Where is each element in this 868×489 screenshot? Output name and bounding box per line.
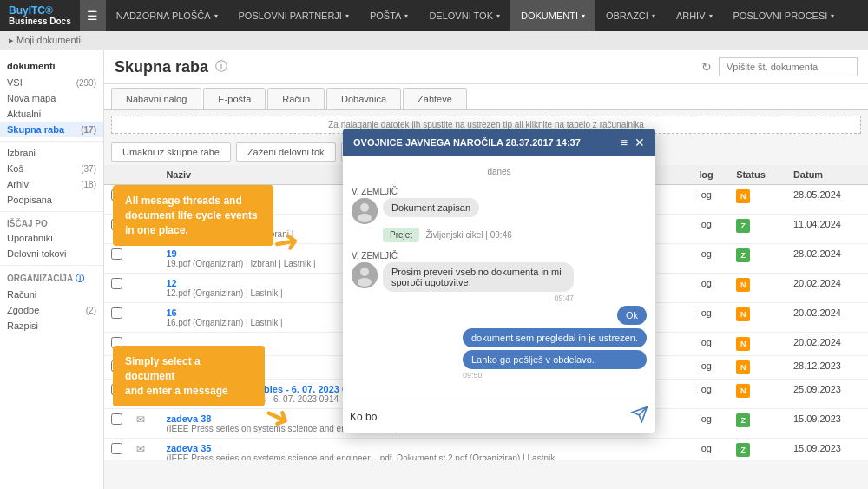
page-title: Skupna raba — [115, 58, 208, 76]
sidebar-item-nova-mapa[interactable]: Nova mapa — [0, 90, 103, 106]
avatar — [352, 262, 378, 288]
tab-nabavni-nalog[interactable]: Nabavni nalog — [111, 88, 201, 109]
col-checkbox — [104, 165, 129, 185]
annotation-box-1: All mesage threads anddocument life cycl… — [113, 185, 273, 246]
content-header: Skupna raba ⓘ ↻ — [104, 50, 868, 84]
sidebar-item-vsi[interactable]: VSI(290) — [0, 75, 103, 90]
sidebar: dokumenti VSI(290) Nova mapa Aktualni Sk… — [0, 50, 104, 489]
document-tabs: Nabavni nalog E-pošta Račun Dobavnica Za… — [104, 84, 868, 110]
doc-date: 28.02.2024 — [786, 244, 868, 274]
caret-icon: ▾ — [709, 12, 713, 20]
caret-icon: ▾ — [831, 12, 834, 20]
doc-date: 20.02.2024 — [786, 274, 868, 303]
status-badge: N — [736, 307, 750, 321]
col-status: Status — [729, 165, 786, 185]
nav-nadzorna-plosca[interactable]: NADZORNA PLOŠČA ▾ — [106, 0, 228, 31]
sidebar-item-delovni-tokovi[interactable]: Delovni tokovi — [0, 246, 103, 261]
status-badge: N — [736, 337, 750, 351]
doc-log: log — [692, 356, 729, 380]
chat-send-button[interactable] — [631, 406, 648, 427]
chat-bubble: Ok — [617, 306, 647, 325]
caret-icon: ▾ — [496, 12, 500, 20]
sidebar-item-podpisana[interactable]: Podpisana — [0, 192, 103, 208]
doc-log: log — [692, 380, 729, 409]
nav-obrazci[interactable]: OBRAZCI ▾ — [595, 0, 666, 31]
nav-delovni-tok[interactable]: DELOVNI TOK ▾ — [418, 0, 510, 31]
sidebar-item-izbrani[interactable]: Izbrani — [0, 145, 103, 161]
sidebar-item-aktualni[interactable]: Aktualni — [0, 106, 103, 122]
sidebar-section-iscaj: iščaj po — [0, 215, 103, 230]
email-icon: ✉ — [136, 443, 145, 455]
tab-dobavnica[interactable]: Dobavnica — [326, 88, 401, 109]
doc-log: log — [692, 185, 729, 215]
status-badge: N — [736, 189, 750, 203]
table-row[interactable]: ✉ zadeva 35 (IEEE Press series on system… — [104, 439, 868, 461]
sidebar-item-skupna-raba[interactable]: Skupna raba(17) — [0, 122, 103, 137]
row-checkbox[interactable] — [111, 443, 122, 454]
chat-sender-name: V. ZEMLJIČ — [352, 187, 647, 196]
status-badge: Z — [736, 248, 750, 262]
nav-poslovni-procesi[interactable]: POSLOVNI PROCESI ▾ — [723, 0, 845, 31]
tab-eposta[interactable]: E-pošta — [203, 88, 266, 109]
nav-poslovni-partnerji[interactable]: POSLOVNI PARTNERJI ▾ — [228, 0, 359, 31]
caret-icon: ▾ — [582, 12, 585, 20]
avatar — [352, 198, 378, 224]
sidebar-item-racuni[interactable]: Računi — [0, 287, 103, 302]
main-layout: dokumenti VSI(290) Nova mapa Aktualni Sk… — [0, 50, 868, 489]
nav-arhiv[interactable]: ARHIV ▾ — [666, 0, 723, 31]
sidebar-item-kos[interactable]: Koš(37) — [0, 161, 103, 176]
caret-icon: ▾ — [404, 12, 408, 20]
doc-date: 25.09.2023 — [786, 380, 868, 409]
search-document-input[interactable] — [719, 57, 858, 76]
chat-input[interactable] — [350, 407, 626, 426]
doc-log: log — [692, 333, 729, 356]
chat-event-row: Prejet Življenjski cikel | 09:46 — [352, 228, 647, 244]
refresh-icon[interactable]: ↻ — [701, 60, 712, 74]
app-logo: BuyITC® Business Docs — [9, 4, 71, 27]
sidebar-divider — [0, 141, 103, 142]
hamburger-button[interactable]: ☰ — [80, 0, 106, 31]
info-icon: ⓘ — [215, 59, 227, 75]
annotation-box-2: Simply select a documentand enter a mess… — [113, 346, 265, 406]
chat-time: 09:50 — [463, 371, 647, 380]
content-area: Skupna raba ⓘ ↻ Nabavni nalog E-pošta Ra… — [104, 50, 868, 489]
status-badge: Z — [736, 443, 750, 457]
caret-icon: ▾ — [214, 12, 218, 20]
chat-bubble: dokument sem pregledal in je ustrezen. — [463, 328, 647, 347]
doc-date: 15.09.2023 — [786, 439, 868, 461]
svg-point-4 — [360, 268, 369, 276]
sidebar-item-razpisi[interactable]: Razpisi — [0, 318, 103, 334]
logo-area: BuyITC® Business Docs — [9, 4, 71, 27]
umakni-btn[interactable]: Umakni iz skupne rabe — [111, 142, 231, 162]
chat-filter-button[interactable]: ≡ — [621, 135, 628, 149]
chat-bubble: Dokument zapisan — [383, 198, 479, 217]
nav-items: NADZORNA PLOŠČA ▾ POSLOVNI PARTNERJI ▾ P… — [106, 0, 845, 31]
chat-close-button[interactable]: ✕ — [635, 135, 645, 149]
sidebar-item-arhiv[interactable]: Arhiv(18) — [0, 176, 103, 192]
sidebar-divider3 — [0, 265, 103, 266]
row-checkbox[interactable] — [111, 307, 122, 319]
doc-log: log — [692, 439, 729, 461]
svg-point-5 — [358, 278, 372, 287]
svg-point-1 — [360, 203, 369, 212]
chat-title: OVOJNICE JAVNEGA NAROČILA 28.37.2017 14:… — [353, 137, 581, 148]
row-checkbox[interactable] — [111, 278, 122, 289]
sidebar-item-zgodbe[interactable]: Zgodbe(2) — [0, 302, 103, 318]
sidebar-item-uporabniki[interactable]: Uporabniki — [0, 230, 103, 246]
nav-dokumenti[interactable]: DOKUMENTI ▾ — [510, 0, 595, 31]
email-icon: ✉ — [136, 413, 145, 426]
sidebar-section-organizacija: organizacija ⓘ — [0, 269, 103, 287]
doc-sub: (IEEE Press series on systems science an… — [166, 453, 685, 460]
row-checkbox[interactable] — [111, 248, 122, 260]
tab-racun[interactable]: Račun — [267, 88, 325, 109]
chat-time: 09:47 — [383, 294, 574, 302]
zazeni-btn[interactable]: Zaženi delovni tok — [236, 142, 336, 162]
chat-message-row-right: dokument sem pregledal in je ustrezen. L… — [352, 328, 647, 380]
nav-posta[interactable]: POŠTA ▾ — [359, 0, 418, 31]
tab-zahteve[interactable]: Zahteve — [403, 88, 467, 109]
chat-input-row — [343, 400, 655, 433]
doc-date: 28.12.2023 — [786, 356, 868, 380]
chat-message-row-right: Ok — [352, 306, 647, 325]
doc-date: 20.02.2024 — [786, 333, 868, 356]
row-checkbox[interactable] — [111, 413, 122, 425]
